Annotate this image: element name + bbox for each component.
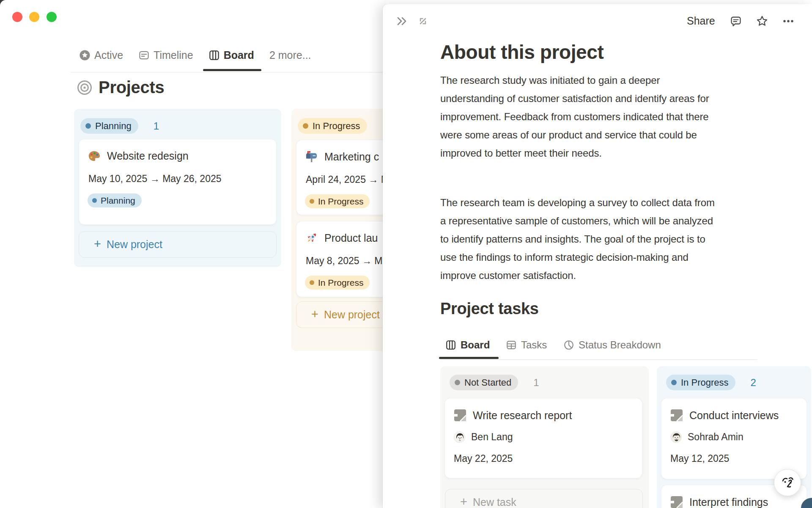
column-header: Not Started 1 xyxy=(440,366,649,390)
card-title: Write research report xyxy=(473,409,572,422)
window-minimize-button[interactable] xyxy=(29,12,39,22)
assignee-row: Ben Lang xyxy=(454,431,634,443)
tab-timeline-view[interactable]: Timeline xyxy=(138,49,193,61)
board-column-planning: Planning 1 Website redesign May 10, 2025… xyxy=(74,109,281,267)
task-card-write-research-report[interactable]: Write research report Ben Lang May 22, 2… xyxy=(444,398,642,478)
mailbox-emoji xyxy=(305,150,318,163)
view-tab-bar: Active Timeline Board 2 more... xyxy=(79,46,311,64)
tab-active-view[interactable]: Active xyxy=(79,49,123,61)
about-heading: About this project xyxy=(440,41,604,64)
card-title: Product lau xyxy=(324,232,378,244)
column-count: 2 xyxy=(751,377,756,389)
status-pill-not-started[interactable]: Not Started xyxy=(450,375,518,390)
note-page-icon xyxy=(453,409,467,422)
tab-label: Board xyxy=(224,49,254,61)
new-project-label: New project xyxy=(324,309,380,321)
comment-icon[interactable] xyxy=(730,15,742,28)
card-title: Conduct interviews xyxy=(689,409,779,422)
column-header: Planning 1 xyxy=(74,109,281,134)
status-label: Planning xyxy=(95,121,132,132)
plus-icon: + xyxy=(460,496,467,508)
tag-label: Planning xyxy=(101,196,135,206)
tag-label: In Progress xyxy=(318,278,363,288)
window-zoom-button[interactable] xyxy=(47,12,57,22)
card-title: Website redesign xyxy=(107,150,189,162)
plus-icon: + xyxy=(311,308,318,320)
favorite-star-icon[interactable] xyxy=(756,15,768,28)
project-tasks-heading: Project tasks xyxy=(440,300,539,318)
window-close-button[interactable] xyxy=(12,12,22,22)
status-pill-planning[interactable]: Planning xyxy=(80,118,138,134)
card-title: Interpret findings xyxy=(689,496,768,508)
page-title-text: Projects xyxy=(99,78,164,97)
tab-status-breakdown[interactable]: Status Breakdown xyxy=(563,339,661,351)
tabs-divider xyxy=(440,359,757,360)
assignee-name: Sohrab Amin xyxy=(688,431,743,443)
status-dot xyxy=(85,123,91,129)
ai-assistant-button[interactable] xyxy=(774,469,801,496)
tab-board-view[interactable]: Board xyxy=(208,49,254,61)
tab-label: Status Breakdown xyxy=(579,339,661,351)
status-pill-in-progress[interactable]: In Progress xyxy=(298,118,367,134)
card-status-tag: In Progress xyxy=(305,194,370,208)
tab-label: Tasks xyxy=(521,339,547,351)
status-dot xyxy=(303,123,308,129)
task-card-conduct-interviews[interactable]: Conduct interviews Sohrab Amin May 12, 2… xyxy=(661,398,807,479)
expand-diagonal-icon[interactable] xyxy=(417,15,429,28)
new-project-button[interactable]: + New project xyxy=(79,231,277,258)
column-header: In Progress 2 xyxy=(657,366,811,390)
status-label: Not Started xyxy=(464,377,511,388)
column-count: 1 xyxy=(533,377,539,389)
notion-ai-face-icon xyxy=(779,475,796,491)
person-avatar-icon xyxy=(454,432,465,443)
target-icon xyxy=(77,80,93,96)
close-peek-chevrons-icon[interactable] xyxy=(395,15,408,28)
assignee-name: Ben Lang xyxy=(471,431,513,443)
about-paragraph-2: The research team is developing a survey… xyxy=(440,193,717,284)
active-tab-underline xyxy=(203,69,261,71)
timeline-icon xyxy=(138,50,150,61)
status-dot xyxy=(310,199,314,204)
status-dot xyxy=(455,380,460,385)
person-avatar-icon xyxy=(671,432,682,443)
share-button[interactable]: Share xyxy=(687,15,715,27)
card-date-range: May 10, 2025 → May 26, 2025 xyxy=(88,173,268,185)
new-task-label: New task xyxy=(473,496,516,508)
tab-task-board[interactable]: Board xyxy=(445,339,490,351)
card-status-tag: In Progress xyxy=(305,276,370,290)
new-project-label: New project xyxy=(107,238,162,251)
new-task-button[interactable]: + New task xyxy=(445,489,643,508)
avatar xyxy=(670,431,682,443)
card-title: Marketing c xyxy=(324,151,379,163)
table-icon xyxy=(506,340,517,351)
avatar xyxy=(454,431,465,443)
plus-icon: + xyxy=(94,238,101,250)
status-dot xyxy=(310,280,314,285)
status-dot xyxy=(671,380,677,385)
tab-more-views[interactable]: 2 more... xyxy=(269,49,311,61)
side-peek-panel: Share About this project The research st… xyxy=(383,4,812,508)
status-pill-in-progress[interactable]: In Progress xyxy=(666,375,735,390)
active-tab-underline xyxy=(439,357,499,359)
tab-label: 2 more... xyxy=(269,49,311,61)
board-icon xyxy=(208,50,220,61)
column-count: 1 xyxy=(154,120,159,132)
board-icon xyxy=(445,340,456,351)
project-card-website-redesign[interactable]: Website redesign May 10, 2025 → May 26, … xyxy=(79,139,277,225)
app-window: Active Timeline Board 2 more... Projects… xyxy=(0,0,812,508)
status-label: In Progress xyxy=(681,377,729,388)
tab-label: Timeline xyxy=(154,49,193,61)
more-options-icon[interactable] xyxy=(782,15,795,28)
tab-tasks-table[interactable]: Tasks xyxy=(506,339,547,351)
assignee-row: Sohrab Amin xyxy=(670,431,799,443)
status-dot xyxy=(92,198,97,203)
palette-emoji xyxy=(88,149,101,163)
tab-label: Active xyxy=(94,49,123,61)
note-page-icon xyxy=(670,409,683,422)
note-page-icon xyxy=(670,495,683,508)
tabs-divider xyxy=(71,72,386,72)
page-title: Projects xyxy=(77,78,164,97)
tab-label: Board xyxy=(461,339,490,351)
star-circle-icon xyxy=(79,50,91,61)
rocket-emoji xyxy=(305,232,318,245)
